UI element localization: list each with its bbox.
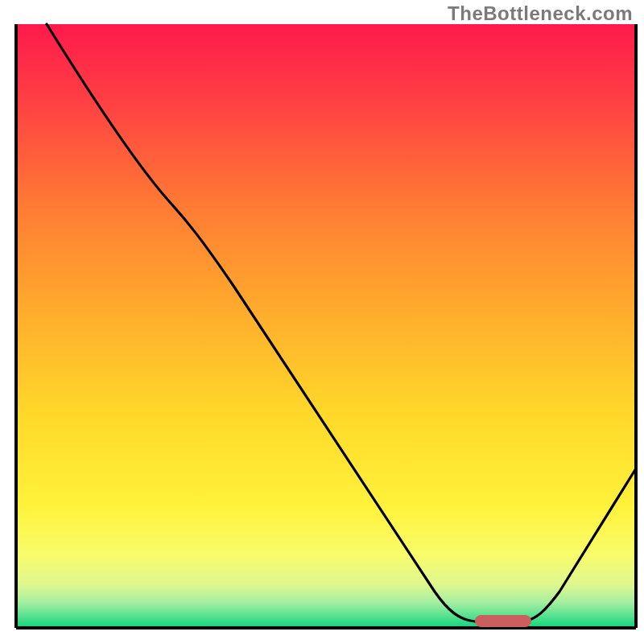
chart-root: TheBottleneck.com — [0, 0, 644, 644]
svg-rect-3 — [18, 24, 634, 626]
watermark-text: TheBottleneck.com — [448, 2, 633, 25]
bottleneck-gradient — [18, 24, 634, 626]
